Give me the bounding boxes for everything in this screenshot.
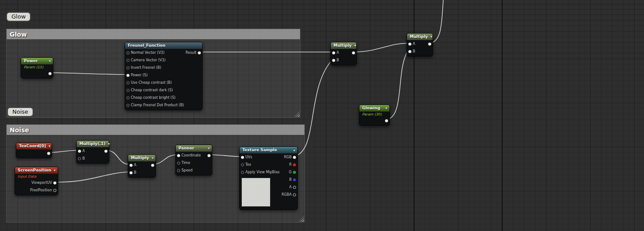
pin-input-use-cheap-contrast[interactable] — [126, 81, 130, 84]
pin-output[interactable] — [151, 164, 154, 167]
node-panner[interactable]: Panner ▾ Coordinate Time Speed — [175, 145, 212, 175]
node-title: Glowing — [362, 105, 380, 112]
node-title: Multiply — [333, 42, 352, 49]
grid-major-line — [502, 0, 503, 231]
node-title: Texture Sample — [242, 147, 277, 153]
bubble-label: Noise — [12, 108, 28, 115]
resize-grip[interactable] — [294, 112, 300, 117]
comment-title: Noise — [10, 127, 29, 134]
node-subtitle: Param (15) — [21, 64, 53, 70]
pin-output-pixelposition[interactable] — [53, 189, 56, 192]
chevron-down-icon[interactable]: ▾ — [152, 155, 153, 161]
pin-input-a[interactable] — [130, 164, 133, 167]
node-title: Power — [24, 58, 38, 64]
node-screenposition[interactable]: ScreenPosition ▾ Input Data ViewportUV P… — [15, 167, 58, 195]
graph-canvas[interactable]: Glow Noise Glow Noise — [0, 0, 644, 231]
pin-input-power[interactable] — [126, 74, 130, 77]
node-power[interactable]: Power ▾ Param (15) — [21, 57, 53, 78]
node-multiply-noise-2[interactable]: Multiply ▾ A B — [128, 154, 156, 178]
pin-input-cheap-contrast-bright[interactable] — [126, 96, 130, 99]
node-multiply-glow-2[interactable]: Multiply ▾ A B — [407, 33, 433, 56]
chevron-down-icon[interactable]: ▾ — [49, 58, 51, 64]
pin-input-a[interactable] — [408, 42, 411, 45]
pin-output-b[interactable] — [293, 178, 296, 181]
bubble-label: Glow — [11, 13, 26, 20]
resize-grip[interactable] — [299, 216, 304, 222]
comment-title: Glow — [10, 31, 27, 38]
chevron-up-icon[interactable]: ▴ — [293, 147, 295, 153]
pin-output[interactable] — [385, 119, 388, 122]
node-glowing[interactable]: Glowing ▾ Param (30) — [359, 104, 390, 126]
node-title: Multiply — [131, 155, 149, 161]
chevron-down-icon[interactable]: ▾ — [385, 105, 387, 112]
pin-output-rgba[interactable] — [293, 193, 296, 196]
node-title: Fresnel_Function — [128, 42, 165, 49]
pin-output[interactable] — [207, 154, 211, 157]
pin-output[interactable] — [104, 149, 107, 153]
chevron-down-icon[interactable]: ▾ — [108, 141, 110, 147]
node-subtitle: Input Data — [15, 174, 58, 179]
node-title: Multiply — [410, 34, 428, 40]
pin-input-b[interactable] — [130, 171, 133, 174]
pin-input-a[interactable] — [332, 51, 335, 54]
pin-output[interactable] — [47, 152, 50, 155]
pin-output-viewportuv[interactable] — [53, 181, 56, 184]
pin-input-b[interactable] — [408, 50, 411, 53]
pin-output[interactable] — [352, 51, 355, 54]
node-multiply-noise-1[interactable]: Multiply(,1) ▾ A B — [76, 140, 109, 164]
comment-header-glow[interactable]: Glow — [7, 29, 300, 39]
pin-input-tex[interactable] — [241, 163, 244, 166]
pin-input-time[interactable] — [177, 161, 180, 164]
node-texcoord[interactable]: TexCoord[0] ▾ — [16, 142, 52, 158]
comment-bubble-glow[interactable]: Glow — [6, 12, 31, 22]
pin-input-apply-view-mipbias[interactable] — [241, 171, 244, 174]
pin-output-g[interactable] — [293, 171, 296, 174]
pin-input-a[interactable] — [78, 149, 81, 153]
node-multiply-glow-1[interactable]: Multiply ▾ A B — [330, 42, 357, 65]
node-title: Multiply(,1) — [79, 141, 105, 147]
pin-input-uvs[interactable] — [241, 156, 244, 159]
chevron-down-icon[interactable]: ▾ — [354, 42, 356, 49]
node-title: TexCoord[0] — [19, 143, 46, 149]
pin-input-cheap-contrast-dark[interactable] — [126, 89, 130, 92]
pin-input-normal-vector[interactable] — [126, 51, 130, 54]
pin-output[interactable] — [48, 72, 52, 75]
node-texture-sample[interactable]: Texture Sample ▴ UVs RGB Tex R Apply Vie… — [239, 146, 298, 210]
chevron-down-icon[interactable]: ▾ — [54, 167, 56, 174]
chevron-down-icon[interactable]: ▾ — [208, 145, 210, 152]
pin-output-r[interactable] — [293, 163, 296, 166]
node-title: ScreenPosition — [18, 167, 51, 174]
node-fresnel-function[interactable]: Fresnel_Function Normal Vector (V3) Resu… — [125, 42, 203, 110]
pin-input-speed[interactable] — [177, 169, 180, 172]
comment-bubble-noise[interactable]: Noise — [7, 107, 33, 117]
pin-output-a[interactable] — [293, 186, 296, 189]
wire-multiply-to-multiply2[interactable] — [353, 43, 408, 52]
comment-header-noise[interactable]: Noise — [7, 125, 304, 135]
pin-output-rgb[interactable] — [293, 156, 296, 159]
chevron-down-icon[interactable]: ▾ — [430, 34, 432, 40]
pin-input-b[interactable] — [332, 59, 335, 62]
chevron-down-icon[interactable]: ▾ — [48, 143, 50, 149]
node-subtitle: Param (30) — [359, 112, 389, 117]
pin-input-clamp-fresnel-dot[interactable] — [126, 104, 130, 107]
pin-input-invert-fresnel[interactable] — [126, 66, 130, 69]
pin-input-b[interactable] — [78, 157, 81, 160]
pin-output-result[interactable] — [198, 51, 201, 54]
pin-input-camera-vector[interactable] — [126, 59, 130, 62]
pin-input-coordinate[interactable] — [177, 154, 180, 157]
texture-preview[interactable] — [241, 178, 270, 207]
pin-output[interactable] — [428, 42, 431, 45]
node-title: Panner — [178, 145, 194, 152]
